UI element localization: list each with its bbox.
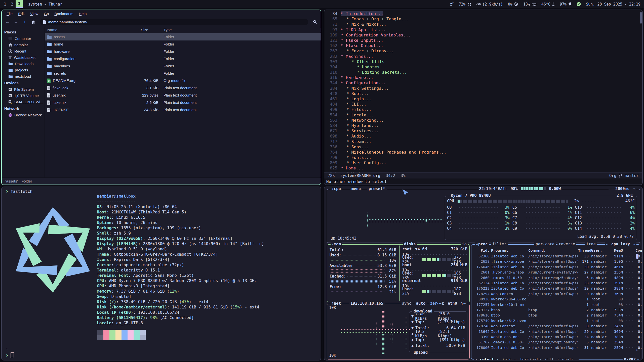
file-row[interactable]: hardwareFolder xyxy=(45,48,321,55)
search-button[interactable] xyxy=(311,18,319,25)
column-header-size[interactable]: Size xyxy=(138,28,161,32)
proc-footer-keys[interactable]: ↑ select ↓info ↵terminatekillsignals xyxy=(474,357,579,360)
net-box-title[interactable]: 3net xyxy=(331,301,342,306)
path-bar[interactable]: /home/nambiar/system/ xyxy=(40,19,308,25)
up-button[interactable]: ↑ xyxy=(21,18,28,25)
proc-button-tree[interactable]: tree xyxy=(585,242,597,246)
update-interval-control[interactable]: - 2000ms + xyxy=(609,187,636,191)
process-row[interactable]: 2601.Hyprland-wrapp/run/current-system/s… xyxy=(473,270,638,275)
file-row[interactable]: user.nix229 bytesPlain text document xyxy=(45,92,321,99)
workspace-switcher[interactable]: 123 xyxy=(2,0,23,8)
column-header-type[interactable]: Type xyxy=(161,28,321,32)
memory-module[interactable]: 13% xyxy=(523,2,536,7)
fetch-entry: Icons: Papirus-Dark [GTK2/3/4] xyxy=(97,257,264,262)
process-row[interactable]: 52134Isolated Web Co/nix/store/sm8fmrf3w… xyxy=(473,280,638,286)
file-list[interactable]: assetsFolderhomeFolderhardwareFolderconf… xyxy=(45,33,321,113)
core-meter-C9: C90% xyxy=(510,226,572,231)
file-row[interactable]: configurationFolder xyxy=(45,55,321,62)
workspace-button-3[interactable]: 3 xyxy=(16,0,23,8)
process-row[interactable]: 176646Isolated Web Co/nix/store/sm8fmrf3… xyxy=(473,264,638,269)
forward-button[interactable]: → xyxy=(12,18,20,25)
file-row[interactable]: README.org76,4 KiBOrg-mode file xyxy=(45,77,321,84)
temperature-module[interactable]: 46°C xyxy=(541,2,555,7)
org-heading: * Editing secrets... xyxy=(357,70,407,75)
menu-button[interactable]: menu xyxy=(350,187,362,191)
file-row[interactable]: machinesFolder xyxy=(45,62,321,70)
sidebar-item-wastebasket[interactable]: Wastebasket xyxy=(2,54,45,61)
menu-view[interactable]: View xyxy=(28,11,41,17)
file-list-area: NameSizeType assetsFolderhomeFolderhardw… xyxy=(45,27,321,177)
process-row[interactable]: 13642Isolated Web Co/nix/store/sm8fmrf3w… xyxy=(473,329,638,334)
menu-help[interactable]: Help xyxy=(76,11,89,17)
usb-drive-icon xyxy=(8,100,12,104)
cpu-box-title[interactable]: 1cpu xyxy=(331,187,342,191)
net-button-auto[interactable]: auto xyxy=(415,301,427,306)
sidebar-item-projects[interactable]: projects xyxy=(2,67,45,73)
emacs-buffer[interactable]: 34* Introduction...65* Emacs + Org + Tan… xyxy=(324,10,642,172)
process-row[interactable]: 178616btopbtop2nambiar7.4M0.0 xyxy=(473,313,638,318)
preset-button[interactable]: preset * xyxy=(367,187,387,191)
file-row[interactable]: secretsFolder xyxy=(45,70,321,77)
battery-module[interactable]: 97% xyxy=(560,2,572,7)
sidebar-item-nambiar[interactable]: nambiar xyxy=(2,42,45,48)
line-number: 584 xyxy=(324,123,341,128)
sidebar-item-computer[interactable]: Computer xyxy=(2,35,45,42)
sidebar-item-file-system[interactable]: File System xyxy=(2,86,45,93)
clock-module[interactable]: Sun, 28 Sep 2025 - 22:19 xyxy=(586,2,640,7)
process-row[interactable]: 175749kworker/6:2-even1root0B0.0 xyxy=(473,318,638,323)
process-row[interactable]: 176000Isolated Web Co/nix/store/sm8fmrf3… xyxy=(473,345,638,350)
net-interface-switcher[interactable]: ←b eth0 n→ xyxy=(438,301,467,306)
process-row[interactable]: 178248Web Content/nix/store/sm8fmrf3wps4… xyxy=(473,323,638,329)
process-row[interactable]: 51762.emacs-31.0.50-/nix/store/wnqz5pa8r… xyxy=(473,340,638,345)
menu-file[interactable]: File xyxy=(4,11,15,17)
process-row[interactable]: 2660.emacs-31.0.50-/nix/store/wnqz5pa8ra… xyxy=(473,275,638,280)
column-header-name[interactable]: Name xyxy=(45,28,138,32)
cpu-module[interactable]: 0% xyxy=(508,2,518,7)
process-row[interactable]: 2658.firefox-wrappe/nix/store/sm8fmrf3wp… xyxy=(473,259,638,264)
process-row[interactable]: 52368Isolated Web Co/nix/store/sm8fmrf3w… xyxy=(473,253,638,259)
file-name: home xyxy=(54,42,63,46)
network-module[interactable]: (2.9kb/s) xyxy=(476,2,503,7)
file-row[interactable]: assetsFolder xyxy=(45,33,321,40)
menu-edit[interactable]: Edit xyxy=(16,11,27,17)
menu-go[interactable]: Go xyxy=(42,11,51,17)
process-row[interactable]: 176223Isolated Web Co/nix/store/sm8fmrf3… xyxy=(473,286,638,291)
net-stat-row: ▲10.2 KiB/s(82.1 Kibps) xyxy=(411,331,465,337)
sidebar-item-downloads[interactable]: Downloads xyxy=(2,61,45,67)
process-row[interactable]: 179127btopbtop2nambiar7.3M0.0 xyxy=(473,307,638,312)
palette-row xyxy=(97,335,146,340)
file-row[interactable]: homeFolder xyxy=(45,40,321,48)
process-row[interactable]: 177257kworker/10:1-mm_1root0B0.0 xyxy=(473,302,638,307)
sort-column-selector[interactable]: ← cpu lazy → xyxy=(605,242,636,246)
core-meter-C13: C132% xyxy=(572,220,635,226)
file-row[interactable]: LICENSE34,3 KiBPlain text document xyxy=(45,106,321,113)
proc-button-per-core[interactable]: per-core xyxy=(534,242,556,246)
workspace-button-2[interactable]: 2 xyxy=(9,0,16,8)
net-button-sync[interactable]: sync xyxy=(401,301,413,306)
sidebar-item-nextcloud[interactable]: nextcloud xyxy=(2,73,45,79)
sidebar-item-1-0-tb-volume[interactable]: 1,0 TB Volume xyxy=(2,93,45,99)
mem-box-title[interactable]: 2mem xyxy=(331,242,342,246)
emacs-scrollbar[interactable] xyxy=(640,12,642,24)
systemd-status[interactable] xyxy=(577,2,581,6)
filter-button[interactable]: filter xyxy=(491,242,508,246)
text-file-icon xyxy=(47,100,51,105)
process-row[interactable]: 178294Web Content/nix/store/sm8fmrf3wps4… xyxy=(473,291,638,296)
menu-bookmarks[interactable]: Bookmarks xyxy=(52,11,75,17)
workspace-button-1[interactable]: 1 xyxy=(2,0,9,8)
terminal-window[interactable]: ❯ fastfetch nambiar@smallbox------------… xyxy=(1,187,321,360)
process-row[interactable]: 38936kworker/u64:6-kc1root0B0.0 xyxy=(473,297,638,302)
sidebar-item-smallbox-wi-[interactable]: SMALLBOX Wi... xyxy=(2,99,45,105)
sidebar-item-recent[interactable]: Recent xyxy=(2,48,45,54)
volume-module[interactable]: 72% xyxy=(459,2,471,7)
proc-button-reverse[interactable]: reverse xyxy=(557,242,576,246)
home-button[interactable] xyxy=(29,18,37,25)
sidebar-item-browse-network[interactable]: Browse Network xyxy=(2,112,45,118)
file-row[interactable]: flake.lock3,1 KiBPlain text document xyxy=(45,84,321,92)
proc-scrollbar[interactable] xyxy=(636,254,638,259)
proc-box-title[interactable]: 4proc xyxy=(475,242,489,246)
back-button[interactable]: ← xyxy=(4,18,11,25)
process-list[interactable]: 52368Isolated Web Co/nix/store/sm8fmrf3w… xyxy=(473,253,638,350)
file-row[interactable]: flake.nix2,5 KiBPlain text document xyxy=(45,99,321,106)
process-row[interactable]: 3390WebExtensions/nix/store/sm8fmrf3wps4… xyxy=(473,334,638,339)
